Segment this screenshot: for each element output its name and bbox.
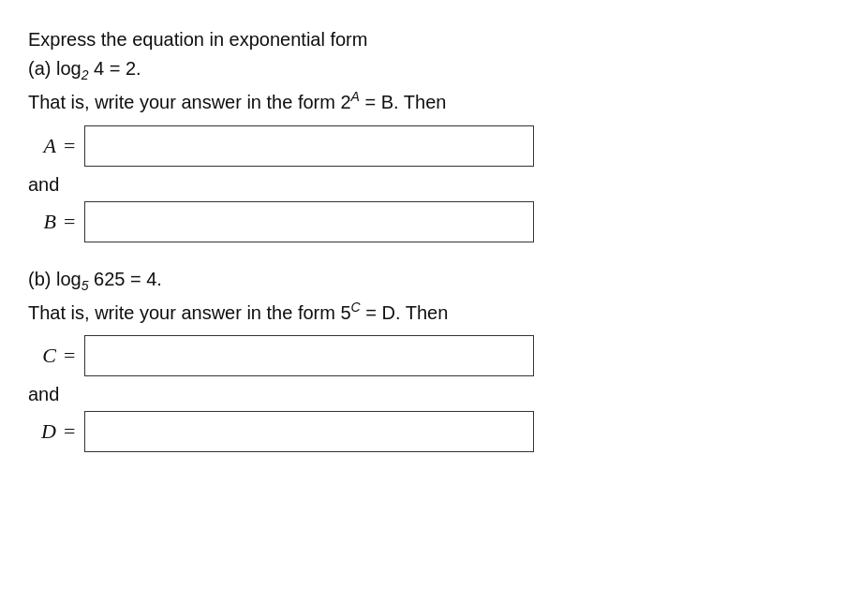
content-wrapper: Express the equation in exponential form… [28, 26, 832, 452]
part-b-instr-prefix: That is, write your answer in the form 5 [28, 301, 351, 322]
problem-title: Express the equation in exponential form [28, 26, 832, 52]
input-d-row: D = [28, 411, 832, 452]
part-b-label-line: (b) log5 625 = 4. [28, 265, 832, 296]
and-text-a: and [28, 174, 832, 196]
part-a-label-line: (a) log2 4 = 2. [28, 54, 832, 85]
equals-d: = [64, 419, 75, 444]
input-b-row: B = [28, 201, 832, 242]
equals-c: = [64, 344, 75, 368]
part-b-instruction: That is, write your answer in the form 5… [28, 298, 832, 327]
equals-b: = [64, 210, 75, 234]
part-a-instruction: That is, write your answer in the form 2… [28, 87, 832, 116]
part-a-exponent-a: A [351, 89, 360, 104]
equals-a: = [64, 134, 75, 158]
and-text-b: and [28, 384, 832, 405]
input-c-row: C = [28, 335, 832, 376]
part-b-expression: 625 = 4. [89, 269, 162, 289]
part-a-label: (a) log [28, 58, 82, 79]
part-b-exponent-c: C [351, 300, 361, 315]
part-b-label: (b) log [28, 269, 82, 289]
input-a[interactable] [84, 125, 534, 167]
label-d: D [28, 419, 56, 444]
part-a-instr-suffix: = B. Then [360, 92, 446, 112]
title-text: Express the equation in exponential form [28, 29, 367, 50]
input-b[interactable] [84, 201, 534, 242]
part-a-base: 2 [82, 67, 89, 82]
input-c[interactable] [84, 335, 534, 376]
part-a-instr-prefix: That is, write your answer in the form 2 [28, 92, 351, 112]
input-d[interactable] [84, 411, 534, 452]
label-c: C [28, 344, 56, 368]
label-a: A [28, 134, 56, 158]
part-a-expression: 4 = 2. [89, 58, 141, 79]
part-b-base: 5 [82, 278, 89, 293]
label-b: B [28, 210, 56, 234]
part-b-instr-suffix: = D. Then [361, 301, 449, 322]
input-a-row: A = [28, 125, 832, 167]
